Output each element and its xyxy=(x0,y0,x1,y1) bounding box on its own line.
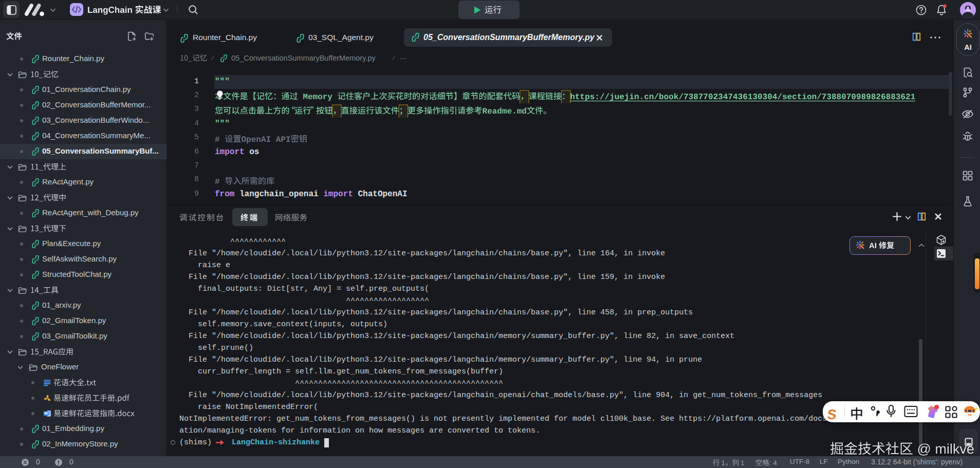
svg-text:W: W xyxy=(44,411,48,416)
